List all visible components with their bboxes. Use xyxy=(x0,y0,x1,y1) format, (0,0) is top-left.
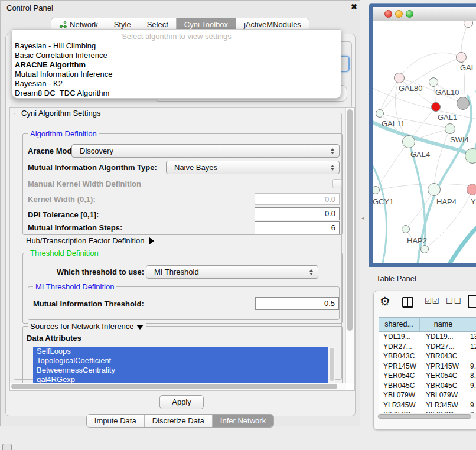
horizontal-scrollbar[interactable] xyxy=(10,383,346,390)
table-cell: YER054C xyxy=(420,371,467,381)
table-cell: YIL052C xyxy=(420,410,467,413)
table-cell: YLR345W xyxy=(420,400,467,410)
node-label: GAL xyxy=(460,63,475,72)
aracne-mode-select[interactable]: Discovery xyxy=(71,144,340,158)
list-scrollbar-thumb[interactable] xyxy=(330,348,334,381)
table-cell: YBR045C xyxy=(379,381,420,391)
network-node-gal10[interactable] xyxy=(429,77,438,87)
close-traffic-light-icon[interactable] xyxy=(384,10,392,18)
cyni-toolbox-panel: Select algorithm to view settings Bayesi… xyxy=(5,34,356,416)
column-layout-icon[interactable] xyxy=(402,297,413,308)
dropdown-item-dream8-dc-tdc-algorithm[interactable]: Dream8 DC_TDC Algorithm xyxy=(12,89,341,98)
deselect-columns-icon[interactable]: ☐☐ xyxy=(446,296,462,305)
node-label: GAL10 xyxy=(435,88,459,97)
tab-impute-data[interactable]: Impute Data xyxy=(87,415,144,427)
dropdown-item-mutual-information-inference[interactable]: Mutual Information Inference xyxy=(12,70,341,79)
collapse-down-icon xyxy=(136,325,144,330)
hub-definition-expander[interactable]: Hub/Transcription Factor Definition xyxy=(26,236,154,245)
table-horizontal-scrollbar[interactable] xyxy=(377,413,476,419)
table-row[interactable]: YDL19...YDL19...13 xyxy=(379,332,476,342)
close-window-icon[interactable]: ✖ xyxy=(351,2,357,11)
tab-discretize-data[interactable]: Discretize Data xyxy=(144,415,212,427)
table-row[interactable]: YIL052CYIL052C0. xyxy=(379,410,476,413)
table-row[interactable]: YBR043CYBR043C xyxy=(379,351,476,361)
cyni-algorithm-settings-group: Cyni Algorithm Settings Algorithm Defini… xyxy=(14,113,342,380)
stepper-arrows-icon xyxy=(328,165,337,171)
network-node-hap2[interactable] xyxy=(402,225,410,233)
table-cell: YBR043C xyxy=(420,351,467,361)
network-node-gal11[interactable] xyxy=(376,109,384,118)
network-node[interactable] xyxy=(457,97,470,110)
attribute-item-selfloops[interactable]: SelfLoops xyxy=(33,347,335,356)
settings-scrollpane: Cyni Algorithm Settings Algorithm Defini… xyxy=(9,107,355,391)
dropdown-item-bayesian-hill-climbing[interactable]: Bayesian - Hill Climbing xyxy=(12,41,341,51)
vertical-scrollbar-thumb[interactable] xyxy=(347,109,353,331)
control-panel-window: Control Panel ✖ NetworkStyleSelectCyni T… xyxy=(0,0,360,426)
dropdown-item-bayesian-k2[interactable]: Bayesian - K2 xyxy=(12,79,341,89)
dropdown-item-aracne-algorithm[interactable]: ARACNE Algorithm xyxy=(12,60,341,70)
algorithm-definition-group: Algorithm Definition Aracne Mode: Discov… xyxy=(22,133,343,235)
window-title: Control Panel xyxy=(6,4,53,12)
list-scrollbar[interactable] xyxy=(328,347,335,384)
network-node[interactable] xyxy=(420,245,429,253)
network-node-gal80[interactable] xyxy=(394,73,405,83)
table-cell xyxy=(467,351,476,361)
network-node-swi4[interactable] xyxy=(445,123,455,134)
table-scrollbar-thumb[interactable] xyxy=(378,414,471,419)
dropdown-item-basic-correlation-inference[interactable]: Basic Correlation Inference xyxy=(12,51,341,60)
network-node[interactable] xyxy=(465,148,476,164)
network-node-hap4[interactable] xyxy=(428,183,441,196)
which-threshold-select[interactable]: MI Threshold xyxy=(146,265,318,279)
mi-type-label: Mutual Information Algorithm Type: xyxy=(28,163,157,172)
table-row[interactable]: YLR345WYLR345W9. xyxy=(379,400,476,410)
tab-label: Cyni Toolbox xyxy=(184,20,228,29)
gear-icon[interactable]: ⚙ xyxy=(380,294,390,308)
zoom-traffic-light-icon[interactable] xyxy=(406,10,413,18)
attribute-item-betweennesscentrality[interactable]: BetweennessCentrality xyxy=(33,366,335,375)
table-row[interactable]: YBL079WYBL079W xyxy=(379,390,476,400)
tab-label: Network xyxy=(70,20,98,29)
mi-type-select[interactable]: Naive Bayes xyxy=(166,161,340,174)
table-row[interactable]: YBR045CYBR045C9. xyxy=(379,381,476,391)
network-node-y[interactable] xyxy=(467,184,476,195)
table-cell: 9. xyxy=(467,361,476,371)
manual-kernel-checkbox[interactable] xyxy=(332,179,342,188)
divider-collapse-icon[interactable]: ◂ xyxy=(361,215,364,221)
network-node-gal1[interactable] xyxy=(431,102,441,112)
network-node-gal[interactable] xyxy=(456,52,467,63)
sources-group: Sources for Network Inference Data Attri… xyxy=(22,326,343,385)
tab-infer-network[interactable]: Infer Network xyxy=(212,415,273,427)
network-window-titlebar[interactable] xyxy=(373,7,476,21)
minimized-panel-icon[interactable] xyxy=(2,444,12,450)
table-cell: YPR145W xyxy=(420,361,467,371)
attribute-item-topologicalcoefficient[interactable]: TopologicalCoefficient xyxy=(33,356,335,366)
network-canvas[interactable]: GALGAL80GAL10GAL1GAL11SWI4GAL4GCY1HAP4YH… xyxy=(373,21,476,263)
table-row[interactable]: YDR27...YDR27...12 xyxy=(379,342,476,352)
table-row[interactable]: YER054CYER054C8. xyxy=(379,371,476,381)
tab-label: Infer Network xyxy=(220,416,266,425)
select-all-columns-icon[interactable]: ☑☑ xyxy=(425,296,439,305)
node-label: GAL80 xyxy=(399,84,422,93)
network-view-window: GALGAL80GAL10GAL1GAL11SWI4GAL4GCY1HAP4YH… xyxy=(369,3,476,267)
float-window-icon[interactable] xyxy=(341,5,347,11)
column-header-a[interactable]: A xyxy=(467,318,476,331)
vertical-scrollbar[interactable] xyxy=(345,108,354,383)
network-node-gal4[interactable] xyxy=(402,135,415,148)
table-mode-icon[interactable] xyxy=(468,295,476,308)
table-panel-title: Table Panel xyxy=(376,274,416,283)
table-cell: YDR27... xyxy=(420,342,467,352)
sources-title[interactable]: Sources for Network Inference xyxy=(28,322,146,331)
table-row[interactable]: YPR145WYPR145W9. xyxy=(379,361,476,371)
threshold-definition-group: Threshold Definition Which threshold to … xyxy=(22,253,343,324)
dpi-tolerance-field[interactable]: 0.0 xyxy=(255,207,340,220)
group-title: Cyni Algorithm Settings xyxy=(19,109,103,118)
minimize-traffic-light-icon[interactable] xyxy=(395,10,403,18)
mi-threshold-field[interactable]: 0.5 xyxy=(255,297,339,310)
mi-steps-field[interactable]: 6 xyxy=(255,221,340,234)
horizontal-scrollbar-thumb[interactable] xyxy=(11,384,337,389)
kernel-width-field[interactable]: 0.0 xyxy=(255,193,340,205)
column-header-name[interactable]: name xyxy=(420,318,467,331)
node-label: Y xyxy=(471,197,476,206)
apply-button[interactable]: Apply xyxy=(159,395,204,409)
column-header-shared[interactable]: shared... xyxy=(379,318,420,331)
